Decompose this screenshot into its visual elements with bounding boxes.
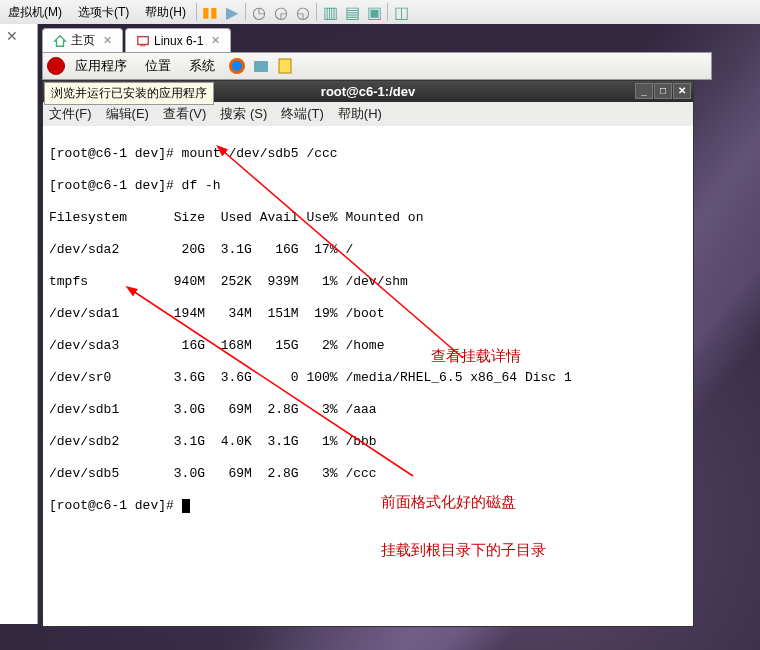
term-line: /dev/sdb5 3.0G 69M 2.8G 3% /ccc — [49, 466, 687, 482]
gnome-panel: 应用程序 位置 系统 — [42, 52, 712, 80]
cursor — [182, 499, 190, 513]
fullscreen-icon[interactable]: ▣ — [363, 2, 385, 22]
left-pane: ✕ — [0, 24, 38, 624]
snapshot-manage-icon[interactable]: ◵ — [292, 2, 314, 22]
annotation-2-line1: 前面格式化好的磁盘 — [381, 494, 546, 510]
divider — [387, 3, 388, 21]
file-manager-icon[interactable] — [251, 56, 271, 76]
terminal-title: root@c6-1:/dev — [321, 84, 415, 99]
menu-vm[interactable]: 虚拟机(M) — [0, 4, 70, 21]
close-icon[interactable]: ✕ — [103, 34, 112, 47]
term-line: /dev/sda2 20G 3.1G 16G 17% / — [49, 242, 687, 258]
term-line: /dev/sr0 3.6G 3.6G 0 100% /media/RHEL_6.… — [49, 370, 687, 386]
notepad-icon[interactable] — [275, 56, 295, 76]
svg-rect-1 — [140, 45, 145, 46]
tab-linux-label: Linux 6-1 — [154, 34, 203, 48]
term-menu-view[interactable]: 查看(V) — [163, 105, 206, 123]
minimize-button[interactable]: _ — [635, 83, 653, 99]
term-menu-file[interactable]: 文件(F) — [49, 105, 92, 123]
term-menu-terminal[interactable]: 终端(T) — [281, 105, 324, 123]
term-line: tmpfs 940M 252K 939M 1% /dev/shm — [49, 274, 687, 290]
term-line: /dev/sdb1 3.0G 69M 2.8G 3% /aaa — [49, 402, 687, 418]
divider — [196, 3, 197, 21]
close-button[interactable]: ✕ — [673, 83, 691, 99]
term-menu-edit[interactable]: 编辑(E) — [106, 105, 149, 123]
term-menu-search[interactable]: 搜索 (S) — [220, 105, 267, 123]
terminal-menubar: 文件(F) 编辑(E) 查看(V) 搜索 (S) 终端(T) 帮助(H) — [43, 102, 693, 126]
tab-home[interactable]: 主页 ✕ — [42, 28, 123, 52]
unity-icon[interactable]: ◫ — [390, 2, 412, 22]
term-line: [root@c6-1 dev]# df -h — [49, 178, 687, 194]
divider — [245, 3, 246, 21]
term-line: /dev/sda1 194M 34M 151M 19% /boot — [49, 306, 687, 322]
host-top-menubar: 虚拟机(M) 选项卡(T) 帮助(H) ▮▮ ▶ ◷ ◶ ◵ ▥ ▤ ▣ ◫ — [0, 0, 760, 24]
menu-tabs[interactable]: 选项卡(T) — [70, 4, 137, 21]
svg-rect-5 — [279, 59, 291, 73]
divider — [316, 3, 317, 21]
layout2-icon[interactable]: ▤ — [341, 2, 363, 22]
home-icon — [53, 34, 67, 48]
tab-linux[interactable]: Linux 6-1 ✕ — [125, 28, 231, 52]
annotation-2-line2: 挂载到根目录下的子目录 — [381, 542, 546, 558]
gnome-system[interactable]: 系统 — [181, 55, 223, 77]
redhat-icon[interactable] — [47, 57, 65, 75]
annotation-2: 前面格式化好的磁盘 挂载到根目录下的子目录 — [381, 462, 546, 590]
tab-home-label: 主页 — [71, 32, 95, 49]
term-line: [root@c6-1 dev]# mount /dev/sdb5 /ccc — [49, 146, 687, 162]
gnome-applications[interactable]: 应用程序 — [67, 55, 135, 77]
vm-icon — [136, 34, 150, 48]
snapshot-add-icon[interactable]: ◶ — [270, 2, 292, 22]
term-line: [root@c6-1 dev]# — [49, 498, 182, 513]
term-line: Filesystem Size Used Avail Use% Mounted … — [49, 210, 687, 226]
close-icon[interactable]: ✕ — [211, 34, 220, 47]
terminal-window: root@c6-1:/dev _ □ ✕ 文件(F) 编辑(E) 查看(V) 搜… — [42, 80, 694, 627]
layout1-icon[interactable]: ▥ — [319, 2, 341, 22]
svg-rect-0 — [138, 36, 149, 44]
page-tabs: 主页 ✕ Linux 6-1 ✕ — [42, 28, 231, 52]
maximize-button[interactable]: □ — [654, 83, 672, 99]
menu-help[interactable]: 帮助(H) — [137, 4, 194, 21]
term-line: /dev/sdb2 3.1G 4.0K 3.1G 1% /bbb — [49, 434, 687, 450]
close-icon[interactable]: ✕ — [0, 24, 37, 48]
terminal-body[interactable]: [root@c6-1 dev]# mount /dev/sdb5 /ccc [r… — [43, 126, 693, 626]
tooltip: 浏览并运行已安装的应用程序 — [44, 82, 214, 105]
svg-point-3 — [232, 61, 242, 71]
gnome-places[interactable]: 位置 — [137, 55, 179, 77]
firefox-icon[interactable] — [227, 56, 247, 76]
play-icon[interactable]: ▶ — [221, 2, 243, 22]
svg-rect-4 — [254, 61, 268, 72]
term-menu-help[interactable]: 帮助(H) — [338, 105, 382, 123]
snapshot-icon[interactable]: ◷ — [248, 2, 270, 22]
term-line: /dev/sda3 16G 168M 15G 2% /home — [49, 338, 687, 354]
pause-icon[interactable]: ▮▮ — [199, 2, 221, 22]
